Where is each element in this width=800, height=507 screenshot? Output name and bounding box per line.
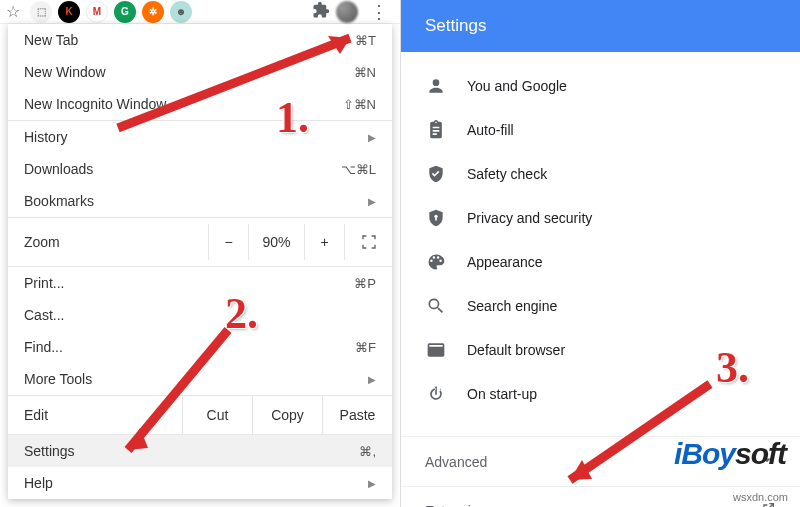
kebab-menu-icon[interactable]: ⋮ [364, 1, 394, 23]
menu-new-tab[interactable]: New Tab ⌘T [8, 24, 392, 56]
shortcut: ⌘N [354, 65, 376, 80]
person-icon [425, 75, 447, 97]
palette-icon [425, 251, 447, 273]
label: Auto-fill [467, 122, 514, 138]
shield-check-icon [425, 163, 447, 185]
profile-avatar[interactable] [336, 1, 358, 23]
label: You and Google [467, 78, 567, 94]
label: New Tab [24, 32, 355, 48]
menu-settings[interactable]: Settings ⌘, [8, 435, 392, 467]
chrome-menu-panel: ☆ ⬚ K M G ✲ ☻ ⋮ New Tab ⌘T New Window ⌘N… [0, 0, 400, 507]
source-text: wsxdn.com [733, 491, 788, 503]
shortcut: ⌘T [355, 33, 376, 48]
star-icon[interactable]: ☆ [6, 2, 20, 21]
ext-icon-3[interactable]: G [114, 1, 136, 23]
label: Default browser [467, 342, 565, 358]
ext-icon-5[interactable]: ☻ [170, 1, 192, 23]
settings-search-engine[interactable]: Search engine [401, 284, 800, 328]
power-icon [425, 383, 447, 405]
extensions-icon[interactable] [312, 1, 330, 23]
paste-button[interactable]: Paste [322, 395, 392, 435]
label: Downloads [24, 161, 341, 177]
label: Extensions [425, 503, 493, 508]
ext-icon-4[interactable]: ✲ [142, 1, 164, 23]
menu-print[interactable]: Print... ⌘P [8, 267, 392, 299]
label: Zoom [24, 234, 208, 250]
menu-help[interactable]: Help ▶ [8, 467, 392, 499]
settings-appearance[interactable]: Appearance [401, 240, 800, 284]
menu-history[interactable]: History ▶ [8, 121, 392, 153]
shortcut: ⌥⌘L [341, 162, 376, 177]
zoom-out-button[interactable]: − [208, 224, 248, 260]
label: History [24, 129, 368, 145]
annotation-step-3: 3. [716, 342, 749, 393]
annotation-step-2: 2. [225, 288, 258, 339]
label: More Tools [24, 371, 368, 387]
menu-new-window[interactable]: New Window ⌘N [8, 56, 392, 88]
extension-toolbar: ☆ ⬚ K M G ✲ ☻ ⋮ [0, 0, 400, 24]
label: Print... [24, 275, 354, 291]
label: Edit [24, 407, 182, 423]
label: Safety check [467, 166, 547, 182]
zoom-percent: 90% [248, 224, 304, 260]
label: On start-up [467, 386, 537, 402]
menu-find[interactable]: Find... ⌘F [8, 331, 392, 363]
watermark-logo: iBoysoft [674, 437, 786, 471]
menu-incognito[interactable]: New Incognito Window ⇧⌘N [8, 88, 392, 120]
annotation-step-1: 1. [276, 92, 309, 143]
chrome-settings-panel: Settings You and Google Auto-fill Safety… [400, 0, 800, 507]
settings-safety-check[interactable]: Safety check [401, 152, 800, 196]
settings-you-and-google[interactable]: You and Google [401, 64, 800, 108]
menu-zoom: Zoom − 90% + [8, 217, 392, 267]
label: Settings [24, 443, 359, 459]
chrome-menu-dropdown: New Tab ⌘T New Window ⌘N New Incognito W… [8, 24, 392, 499]
cut-button[interactable]: Cut [182, 395, 252, 435]
label: Bookmarks [24, 193, 368, 209]
label: Find... [24, 339, 355, 355]
ext-icon-1[interactable]: K [58, 1, 80, 23]
chevron-right-icon: ▶ [368, 196, 376, 207]
label: Help [24, 475, 368, 491]
ext-icon-0[interactable]: ⬚ [30, 1, 52, 23]
fullscreen-icon[interactable] [344, 224, 392, 260]
menu-more-tools[interactable]: More Tools ▶ [8, 363, 392, 395]
settings-privacy[interactable]: Privacy and security [401, 196, 800, 240]
shortcut: ⌘F [355, 340, 376, 355]
shortcut: ⌘P [354, 276, 376, 291]
settings-title: Settings [401, 0, 800, 52]
ext-icon-2[interactable]: M [86, 1, 108, 23]
menu-cast[interactable]: Cast... [8, 299, 392, 331]
label: Privacy and security [467, 210, 592, 226]
browser-icon [425, 339, 447, 361]
shortcut: ⇧⌘N [343, 97, 376, 112]
label: New Window [24, 64, 354, 80]
chevron-right-icon: ▶ [368, 132, 376, 143]
svg-rect-1 [435, 217, 437, 220]
search-icon [425, 295, 447, 317]
label: Search engine [467, 298, 557, 314]
clipboard-icon [425, 119, 447, 141]
shortcut: ⌘, [359, 444, 376, 459]
settings-autofill[interactable]: Auto-fill [401, 108, 800, 152]
chevron-right-icon: ▶ [368, 478, 376, 489]
label: Cast... [24, 307, 376, 323]
label: Appearance [467, 254, 543, 270]
menu-bookmarks[interactable]: Bookmarks ▶ [8, 185, 392, 217]
menu-edit: Edit Cut Copy Paste [8, 395, 392, 435]
chevron-right-icon: ▶ [368, 374, 376, 385]
shield-icon [425, 207, 447, 229]
label: Advanced [425, 454, 487, 470]
copy-button[interactable]: Copy [252, 395, 322, 435]
zoom-in-button[interactable]: + [304, 224, 344, 260]
menu-downloads[interactable]: Downloads ⌥⌘L [8, 153, 392, 185]
